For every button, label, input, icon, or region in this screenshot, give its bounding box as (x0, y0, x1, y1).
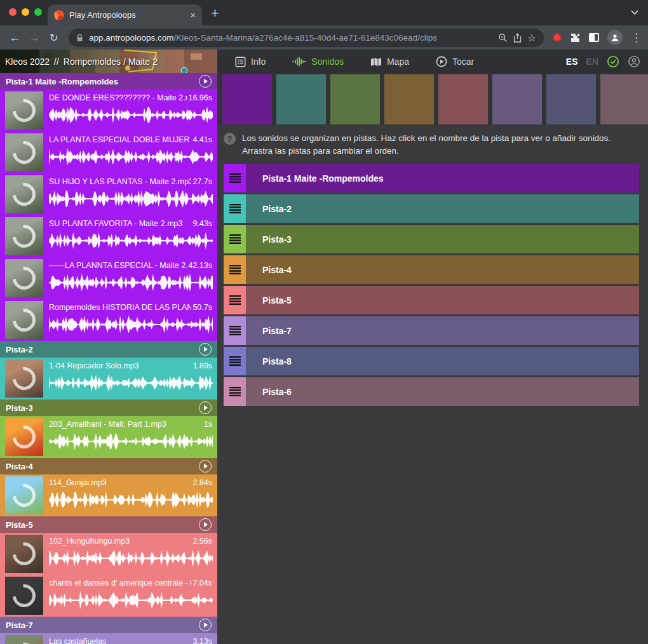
waveform[interactable] (49, 189, 213, 208)
track-name[interactable]: Pista-2 (6, 345, 33, 354)
track-row[interactable]: Pista-7 (224, 316, 639, 345)
waveform[interactable] (49, 273, 213, 292)
track-row[interactable]: Pista-4 (224, 255, 639, 284)
drag-handle[interactable] (224, 377, 246, 406)
track-row[interactable]: Pista-8 (224, 347, 639, 375)
extensions-puzzle-icon[interactable] (570, 32, 581, 43)
clip-item[interactable]: Las castañuelas3.13s (0, 633, 217, 644)
row-track-name[interactable]: Pista-5 (262, 295, 292, 305)
sync-check-icon[interactable] (607, 55, 619, 68)
waveform[interactable] (49, 432, 213, 451)
lang-en-button[interactable]: EN (586, 57, 598, 67)
waveform[interactable] (49, 591, 213, 610)
clip-item[interactable]: ------LA PLANNTA ESPECIAL - Maite 2.mp34… (0, 257, 217, 299)
account-icon[interactable] (628, 55, 640, 68)
breadcrumb-path[interactable]: Rompemoldes / Maite 2 (64, 57, 158, 67)
track-header[interactable]: Pista-7 (0, 617, 217, 633)
track-header[interactable]: Pista-2 (0, 341, 217, 358)
clip-item[interactable]: Rompemoldes HISTORIA DE LAS PLANTAS...50… (0, 299, 217, 341)
track-row[interactable]: Pista-2 (224, 194, 639, 223)
minimize-window-button[interactable] (22, 8, 29, 16)
track-row[interactable]: Pista-5 (224, 286, 639, 314)
play-track-button[interactable] (199, 401, 212, 414)
tab-sonidos[interactable]: Sonidos (292, 57, 344, 67)
waveform[interactable] (49, 315, 213, 334)
back-button[interactable]: ← (6, 31, 24, 44)
play-track-button[interactable] (199, 343, 212, 356)
play-track-button[interactable] (199, 619, 212, 631)
tab-info[interactable]: Info (235, 57, 266, 67)
row-track-name[interactable]: Pista-7 (262, 326, 292, 336)
track-header[interactable]: Pista-4 (0, 458, 217, 474)
waveform[interactable] (49, 105, 213, 124)
browser-tab[interactable]: Play Antropoloops × (48, 4, 202, 25)
waveform[interactable] (49, 147, 213, 166)
close-window-button[interactable] (9, 8, 17, 16)
profile-avatar[interactable] (607, 30, 623, 45)
play-track-button[interactable] (199, 75, 212, 88)
bookmark-star-icon[interactable]: ☆ (527, 32, 536, 44)
track-header[interactable]: Pista-1 Maite -Rompemoldes (0, 73, 217, 90)
side-panel-icon[interactable] (589, 33, 599, 42)
drag-handle[interactable] (224, 347, 246, 375)
breadcrumb-project[interactable]: Kleos 2022 (5, 57, 50, 67)
track-header[interactable]: Pista-5 (0, 516, 217, 533)
track-name[interactable]: Pista-1 Maite -Rompemoldes (6, 77, 118, 86)
clip-item[interactable]: LA PLANTA ESPECIAL DOBLE MUJER - Mai...4… (0, 131, 217, 173)
waveform[interactable] (49, 231, 213, 250)
share-icon[interactable] (513, 33, 522, 43)
waveform[interactable] (49, 373, 213, 392)
clip-item[interactable]: 1-04 Repicador Solo.mp31.89s (0, 358, 217, 399)
drag-handle[interactable] (224, 255, 246, 284)
clip-item[interactable]: 114_Gunjai.mp32.84s (0, 474, 217, 516)
maximize-window-button[interactable] (34, 8, 42, 16)
row-track-name[interactable]: Pista-3 (262, 234, 292, 245)
row-track-name[interactable]: Pista-4 (262, 265, 292, 275)
clip-item[interactable]: 102_Hunguhungu.mp32.56s (0, 533, 217, 575)
clip-duration: 2.56s (192, 537, 212, 546)
track-row[interactable]: Pista-1 Maite -Rompemoldes (224, 164, 639, 192)
drag-handle[interactable] (224, 164, 246, 192)
clip-item[interactable]: DE DONDE ERES???????? - Maite 2.mp316.96… (0, 90, 217, 131)
lang-es-button[interactable]: ES (566, 57, 578, 67)
drag-handle[interactable] (224, 225, 246, 253)
chrome-menu-kebab-icon[interactable]: ⋮ (631, 32, 642, 43)
waveform[interactable] (49, 549, 213, 568)
play-track-button[interactable] (199, 460, 212, 473)
track-name[interactable]: Pista-7 (6, 621, 33, 630)
tab-mapa[interactable]: Mapa (370, 57, 409, 67)
zoom-page-icon[interactable] (498, 33, 508, 43)
track-name[interactable]: Pista-4 (6, 462, 33, 471)
clip-item[interactable]: chants et danses d' amerique centrale - … (0, 575, 217, 617)
clip-item[interactable]: 203_Amalihani - Mali: Part 1.mp31s (0, 416, 217, 458)
play-track-button[interactable] (199, 518, 212, 531)
url-text[interactable]: app.antropoloops.com/Kleos-Santa-Marina/… (89, 33, 492, 43)
tab-tocar[interactable]: Tocar (436, 56, 474, 67)
forward-button[interactable]: → (26, 31, 43, 44)
new-tab-button[interactable]: + (211, 4, 219, 23)
drag-handle[interactable] (224, 316, 246, 345)
record-indicator-icon[interactable] (553, 33, 562, 42)
track-row[interactable]: Pista-6 (224, 377, 639, 406)
tab-close-icon[interactable]: × (190, 10, 196, 20)
breadcrumb[interactable]: Kleos 2022 // Rompemoldes / Maite 2 (5, 50, 158, 73)
drag-handle[interactable] (224, 286, 246, 314)
clip-item[interactable]: SU PLANTA FAVORITA - Maite 2.mp39.43s (0, 215, 217, 257)
address-bar[interactable]: app.antropoloops.com/Kleos-Santa-Marina/… (69, 29, 544, 47)
tab-search-chevron-icon[interactable] (630, 9, 639, 15)
row-track-name[interactable]: Pista-1 Maite -Rompemoldes (262, 173, 384, 184)
clip-title: DE DONDE ERES???????? - Maite 2.mp3 (49, 93, 187, 102)
waveform[interactable] (49, 490, 213, 509)
clip-item[interactable]: SU HIJO Y LAS PLANTAS - Maite 2.mp327.7s (0, 173, 217, 215)
row-track-name[interactable]: Pista-6 (262, 387, 292, 397)
drag-handle[interactable] (224, 194, 246, 223)
row-track-name[interactable]: Pista-2 (262, 204, 292, 214)
track-header[interactable]: Pista-3 (0, 399, 217, 416)
row-track-name[interactable]: Pista-8 (262, 356, 292, 366)
reload-button[interactable]: ↻ (45, 32, 62, 44)
track-name[interactable]: Pista-5 (6, 520, 33, 530)
project-map-header[interactable]: Kleos 2022 // Rompemoldes / Maite 2 (0, 50, 217, 73)
track-row[interactable]: Pista-3 (224, 225, 639, 253)
macos-traffic-lights[interactable] (9, 8, 42, 16)
track-name[interactable]: Pista-3 (6, 403, 33, 413)
